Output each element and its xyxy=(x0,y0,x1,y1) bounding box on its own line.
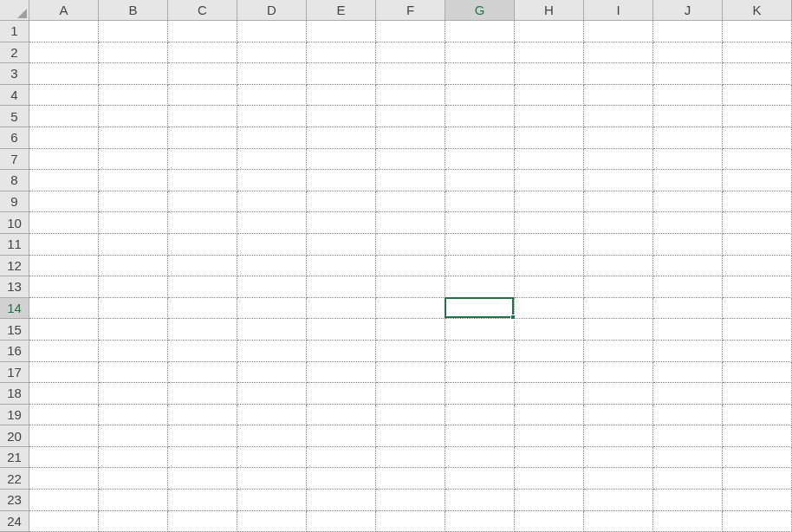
cell-A19[interactable] xyxy=(29,405,99,426)
cell-E10[interactable] xyxy=(307,212,376,234)
cell-G3[interactable] xyxy=(445,63,515,85)
cell-G12[interactable] xyxy=(445,256,515,277)
cell-G5[interactable] xyxy=(445,106,515,127)
cell-H19[interactable] xyxy=(515,405,584,426)
cell-J5[interactable] xyxy=(653,106,723,127)
row-header-11[interactable]: 11 xyxy=(0,234,29,256)
cell-K10[interactable] xyxy=(723,212,792,234)
cell-C6[interactable] xyxy=(168,127,237,149)
cell-H4[interactable] xyxy=(515,85,584,107)
row-header-10[interactable]: 10 xyxy=(0,212,29,234)
cell-I5[interactable] xyxy=(584,106,653,127)
cell-E19[interactable] xyxy=(307,405,376,426)
cell-H8[interactable] xyxy=(515,170,584,191)
cell-I17[interactable] xyxy=(584,362,653,384)
cell-F6[interactable] xyxy=(376,127,445,149)
cell-J10[interactable] xyxy=(653,212,723,234)
cell-B7[interactable] xyxy=(99,149,168,171)
cell-D15[interactable] xyxy=(237,319,307,341)
cell-I12[interactable] xyxy=(584,256,653,277)
cell-I18[interactable] xyxy=(584,383,653,405)
cell-E2[interactable] xyxy=(307,42,376,64)
cell-C18[interactable] xyxy=(168,383,237,405)
cell-H14[interactable] xyxy=(515,298,584,320)
cell-E20[interactable] xyxy=(307,425,376,447)
cell-E3[interactable] xyxy=(307,63,376,85)
cell-B12[interactable] xyxy=(99,256,168,277)
cell-D7[interactable] xyxy=(237,149,307,171)
cell-B6[interactable] xyxy=(99,127,168,149)
row-header-8[interactable]: 8 xyxy=(0,170,29,191)
cell-B16[interactable] xyxy=(99,341,168,362)
cell-K24[interactable] xyxy=(723,511,792,532)
row-header-23[interactable]: 23 xyxy=(0,490,29,511)
cell-F7[interactable] xyxy=(376,149,445,171)
cell-B24[interactable] xyxy=(99,511,168,532)
cell-I10[interactable] xyxy=(584,212,653,234)
cell-A23[interactable] xyxy=(29,490,99,511)
cell-B10[interactable] xyxy=(99,212,168,234)
cell-D13[interactable] xyxy=(237,276,307,298)
column-header-G[interactable]: G xyxy=(445,0,515,21)
cell-J15[interactable] xyxy=(653,319,723,341)
cell-K17[interactable] xyxy=(723,362,792,384)
cell-I16[interactable] xyxy=(584,341,653,362)
cell-D20[interactable] xyxy=(237,425,307,447)
cell-F23[interactable] xyxy=(376,490,445,511)
cell-G23[interactable] xyxy=(445,490,515,511)
cell-D16[interactable] xyxy=(237,341,307,362)
cell-C24[interactable] xyxy=(168,511,237,532)
cell-E6[interactable] xyxy=(307,127,376,149)
cell-J4[interactable] xyxy=(653,85,723,107)
cell-I20[interactable] xyxy=(584,425,653,447)
cell-H10[interactable] xyxy=(515,212,584,234)
cell-J2[interactable] xyxy=(653,42,723,64)
cell-A5[interactable] xyxy=(29,106,99,127)
cell-I19[interactable] xyxy=(584,405,653,426)
cell-A13[interactable] xyxy=(29,276,99,298)
column-header-A[interactable]: A xyxy=(29,0,99,21)
cell-I1[interactable] xyxy=(584,21,653,42)
cell-F13[interactable] xyxy=(376,276,445,298)
cell-F14[interactable] xyxy=(376,298,445,320)
cell-F8[interactable] xyxy=(376,170,445,191)
cell-A8[interactable] xyxy=(29,170,99,191)
cell-A4[interactable] xyxy=(29,85,99,107)
cell-B2[interactable] xyxy=(99,42,168,64)
cell-H15[interactable] xyxy=(515,319,584,341)
cell-F3[interactable] xyxy=(376,63,445,85)
cell-B19[interactable] xyxy=(99,405,168,426)
cell-D9[interactable] xyxy=(237,191,307,213)
cell-K18[interactable] xyxy=(723,383,792,405)
cell-H24[interactable] xyxy=(515,511,584,532)
cell-J11[interactable] xyxy=(653,234,723,256)
cell-B1[interactable] xyxy=(99,21,168,42)
cell-I2[interactable] xyxy=(584,42,653,64)
row-header-17[interactable]: 17 xyxy=(0,362,29,384)
cell-D5[interactable] xyxy=(237,106,307,127)
cell-H17[interactable] xyxy=(515,362,584,384)
cell-C13[interactable] xyxy=(168,276,237,298)
cell-C11[interactable] xyxy=(168,234,237,256)
cell-D18[interactable] xyxy=(237,383,307,405)
cell-H20[interactable] xyxy=(515,425,584,447)
cell-K3[interactable] xyxy=(723,63,792,85)
cell-F17[interactable] xyxy=(376,362,445,384)
row-header-4[interactable]: 4 xyxy=(0,85,29,107)
cell-E15[interactable] xyxy=(307,319,376,341)
cell-B15[interactable] xyxy=(99,319,168,341)
cell-H9[interactable] xyxy=(515,191,584,213)
cell-G15[interactable] xyxy=(445,319,515,341)
row-header-3[interactable]: 3 xyxy=(0,63,29,85)
cell-C19[interactable] xyxy=(168,405,237,426)
cell-K2[interactable] xyxy=(723,42,792,64)
cell-H22[interactable] xyxy=(515,468,584,490)
cell-G17[interactable] xyxy=(445,362,515,384)
column-header-J[interactable]: J xyxy=(653,0,723,21)
cell-D3[interactable] xyxy=(237,63,307,85)
row-header-2[interactable]: 2 xyxy=(0,42,29,64)
cell-A6[interactable] xyxy=(29,127,99,149)
cell-E1[interactable] xyxy=(307,21,376,42)
cell-E11[interactable] xyxy=(307,234,376,256)
cell-C15[interactable] xyxy=(168,319,237,341)
